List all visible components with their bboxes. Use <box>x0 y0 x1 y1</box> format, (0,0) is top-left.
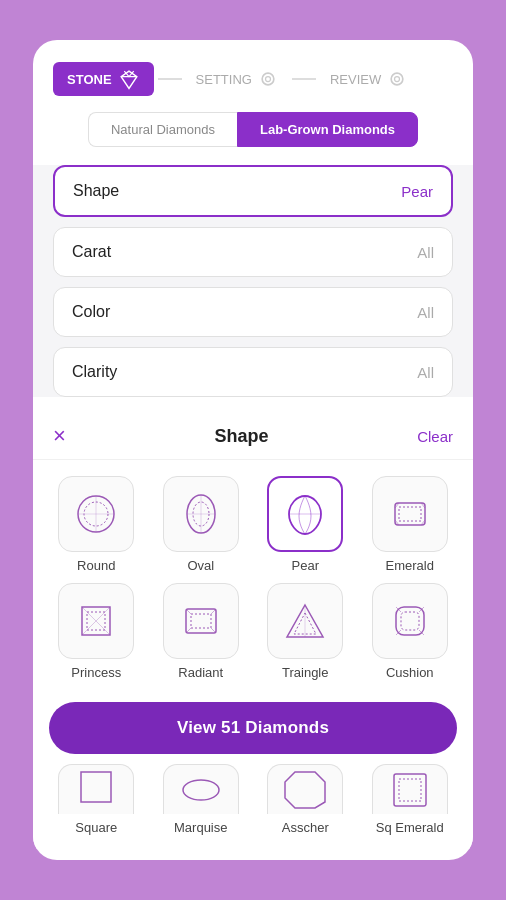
shape-name-round: Round <box>77 558 115 573</box>
sheet-header: × Shape Clear <box>33 407 473 460</box>
shape-name-oval: Oval <box>187 558 214 573</box>
filter-clarity-value: All <box>417 364 434 381</box>
filter-color[interactable]: Color All <box>53 287 453 337</box>
svg-rect-15 <box>399 507 421 521</box>
filter-carat-label: Carat <box>72 243 111 261</box>
svg-rect-27 <box>191 614 211 628</box>
shape-name-princess: Princess <box>71 665 121 680</box>
svg-line-24 <box>82 621 96 635</box>
shape-icon-radiant <box>163 583 239 659</box>
shape-item-square[interactable]: Square <box>49 764 144 835</box>
shape-name-marquise: Marquise <box>174 820 227 835</box>
shape-item-emerald[interactable]: Emerald <box>363 476 458 573</box>
shape-item-round[interactable]: Round <box>49 476 144 573</box>
shape-icon-marquise-partial <box>163 764 239 814</box>
shape-name-asscher: Asscher <box>282 820 329 835</box>
shape-name-traingle: Traingle <box>282 665 328 680</box>
shape-item-marquise[interactable]: Marquise <box>154 764 249 835</box>
shape-bottom-sheet: × Shape Clear Round <box>33 407 473 849</box>
shape-item-oval[interactable]: Oval <box>154 476 249 573</box>
filter-color-label: Color <box>72 303 110 321</box>
filter-carat[interactable]: Carat All <box>53 227 453 277</box>
filter-shape-label: Shape <box>73 182 119 200</box>
filter-carat-value: All <box>417 244 434 261</box>
pear-shape-svg <box>281 490 329 538</box>
svg-line-23 <box>96 607 110 621</box>
svg-marker-43 <box>285 772 325 808</box>
shape-name-emerald: Emerald <box>386 558 434 573</box>
filter-color-value: All <box>417 304 434 321</box>
marquise-partial-svg <box>179 770 223 810</box>
svg-point-42 <box>183 780 219 800</box>
shape-icon-sq-emerald-partial <box>372 764 448 814</box>
shape-item-sq-emerald[interactable]: Sq Emerald <box>363 764 458 835</box>
step-divider-2 <box>292 78 316 80</box>
svg-rect-45 <box>399 779 421 801</box>
svg-point-2 <box>265 77 270 82</box>
square-partial-svg <box>74 770 118 810</box>
shape-name-sq-emerald: Sq Emerald <box>376 820 444 835</box>
filter-clarity[interactable]: Clarity All <box>53 347 453 397</box>
clear-shape-button[interactable]: Clear <box>417 428 453 445</box>
shape-icon-pear <box>267 476 343 552</box>
shape-item-radiant[interactable]: Radiant <box>154 583 249 680</box>
svg-marker-0 <box>121 71 137 88</box>
cushion-shape-svg <box>386 597 434 645</box>
view-diamonds-button[interactable]: View 51 Diamonds <box>49 702 457 754</box>
round-shape-svg <box>72 490 120 538</box>
shape-icon-traingle <box>267 583 343 659</box>
princess-shape-svg <box>72 597 120 645</box>
shape-icon-oval <box>163 476 239 552</box>
shape-icon-cushion <box>372 583 448 659</box>
shape-item-traingle[interactable]: Traingle <box>258 583 353 680</box>
sheet-title: Shape <box>66 426 417 447</box>
ring-icon-1 <box>258 69 278 89</box>
filter-clarity-label: Clarity <box>72 363 117 381</box>
shape-item-pear[interactable]: Pear <box>258 476 353 573</box>
oval-shape-svg <box>177 490 225 538</box>
close-sheet-button[interactable]: × <box>53 425 66 447</box>
step-setting[interactable]: SETTING <box>186 63 288 95</box>
step-stone[interactable]: STONE <box>53 62 154 96</box>
filters-section: Shape Pear Carat All Color All Clarity A… <box>33 165 473 397</box>
step-review-label: REVIEW <box>330 72 381 87</box>
step-review[interactable]: REVIEW <box>320 63 417 95</box>
shape-icon-asscher-partial <box>267 764 343 814</box>
shape-item-asscher[interactable]: Asscher <box>258 764 353 835</box>
svg-line-22 <box>82 607 96 621</box>
svg-point-3 <box>391 73 403 85</box>
emerald-shape-svg <box>386 490 434 538</box>
svg-line-25 <box>96 621 110 635</box>
filter-shape[interactable]: Shape Pear <box>53 165 453 217</box>
step-divider-1 <box>158 78 182 80</box>
shape-icon-round <box>58 476 134 552</box>
traingle-shape-svg <box>281 597 329 645</box>
shape-item-princess[interactable]: Princess <box>49 583 144 680</box>
asscher-partial-svg <box>283 770 327 810</box>
step-setting-label: SETTING <box>196 72 252 87</box>
svg-point-4 <box>395 77 400 82</box>
shape-name-pear: Pear <box>292 558 319 573</box>
shape-icon-square-partial <box>58 764 134 814</box>
svg-point-1 <box>262 73 274 85</box>
shape-icon-emerald <box>372 476 448 552</box>
shape-icon-princess <box>58 583 134 659</box>
view-btn-wrap: View 51 Diamonds <box>33 690 473 764</box>
shape-grid-bottom: Square Marquise Asscher <box>33 764 473 849</box>
diamond-icon <box>118 68 140 90</box>
tab-natural-diamonds[interactable]: Natural Diamonds <box>88 112 237 147</box>
stepper: STONE SETTING REVIEW <box>33 40 473 112</box>
radiant-shape-svg <box>177 597 225 645</box>
main-card: STONE SETTING REVIEW Natural Diamo <box>33 40 473 860</box>
shape-name-cushion: Cushion <box>386 665 434 680</box>
shape-name-radiant: Radiant <box>178 665 223 680</box>
shape-item-cushion[interactable]: Cushion <box>363 583 458 680</box>
step-stone-label: STONE <box>67 72 112 87</box>
svg-rect-36 <box>401 612 419 630</box>
tab-switcher: Natural Diamonds Lab-Grown Diamonds <box>33 112 473 165</box>
svg-rect-41 <box>81 772 111 802</box>
shape-grid: Round Oval <box>33 460 473 690</box>
tab-lab-grown-diamonds[interactable]: Lab-Grown Diamonds <box>237 112 418 147</box>
filter-shape-value: Pear <box>401 183 433 200</box>
ring-icon-2 <box>387 69 407 89</box>
